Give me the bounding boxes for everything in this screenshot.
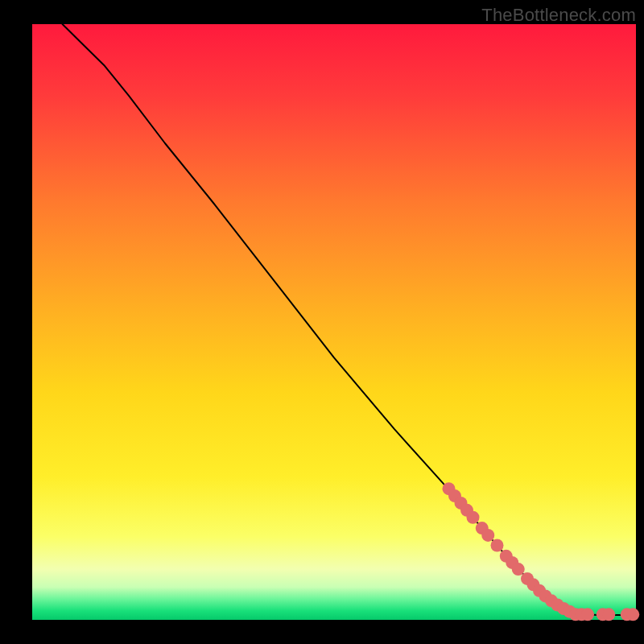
data-point (467, 511, 480, 524)
data-point (512, 563, 525, 576)
data-point (602, 608, 615, 621)
data-point (481, 529, 494, 542)
watermark-text: TheBottleneck.com (481, 5, 636, 26)
plot-background (32, 24, 636, 620)
data-point (491, 539, 504, 552)
chart-svg (0, 0, 644, 644)
data-point (581, 608, 594, 621)
data-point (626, 608, 639, 621)
